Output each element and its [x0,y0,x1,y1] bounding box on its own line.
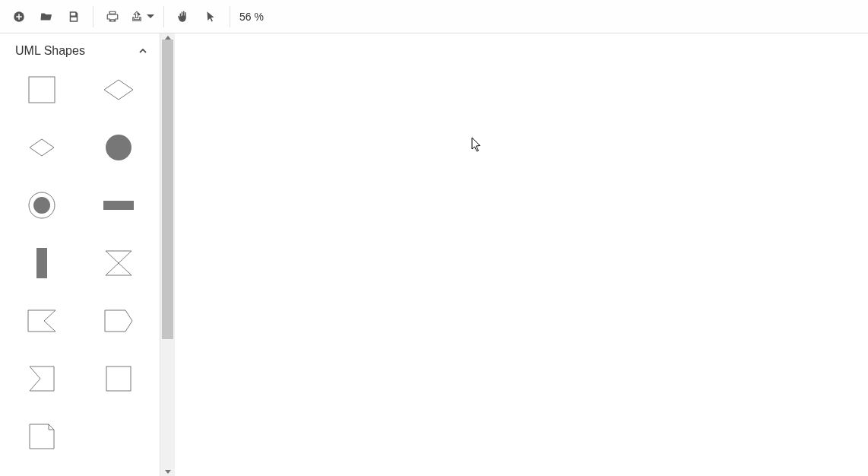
new-button[interactable] [6,4,32,30]
svg-point-6 [106,135,131,160]
canvas[interactable] [175,33,868,476]
shape-send-signal[interactable] [86,301,150,341]
folder-open-icon [40,10,53,24]
chevron-up-icon [138,46,147,56]
export-dropdown[interactable] [127,10,157,24]
rectangle-icon [28,76,55,103]
scroll-down-icon [165,470,171,474]
pan-tool-button[interactable] [170,4,196,30]
toolbar: 56 % [0,0,868,33]
print-icon [106,10,119,24]
shape-hourglass[interactable] [86,243,150,283]
save-icon [67,10,81,24]
pointer-icon [204,10,217,24]
circle-filled-icon [105,134,132,161]
note-icon [29,424,55,449]
shape-empty [86,417,150,456]
panel-title: UML Shapes [15,44,85,58]
sidebar-scrollbar[interactable] [160,33,175,476]
select-tool-button[interactable] [198,4,223,30]
panel-header[interactable]: UML Shapes [0,33,160,62]
svg-marker-4 [104,80,133,100]
shapes-panel: UML Shapes [0,33,160,476]
svg-marker-14 [30,367,54,391]
flag-icon [29,366,55,392]
hourglass-icon [105,250,132,276]
svg-marker-13 [105,310,132,332]
shape-bar-horizontal[interactable] [86,186,150,225]
chevron-down-icon [147,14,154,18]
shape-bar-vertical[interactable] [9,243,74,283]
shape-rectangle[interactable] [9,70,74,109]
receive-signal-icon [27,309,56,332]
main-area: UML Shapes [0,33,868,476]
svg-marker-5 [30,139,54,156]
toolbar-separator [93,6,93,27]
svg-rect-15 [106,367,131,391]
svg-rect-10 [36,248,47,278]
shape-circle-ringed[interactable] [9,186,74,225]
scroll-thumb[interactable] [162,40,173,339]
diamond-icon [29,138,55,157]
toolbar-separator [163,6,164,27]
bar-h-icon [103,201,134,210]
zoom-label: 56 % [239,11,264,23]
print-button[interactable] [100,4,125,30]
scroll-track[interactable] [160,40,175,470]
svg-rect-9 [103,201,134,210]
shape-square[interactable] [86,359,150,398]
shape-receive-signal[interactable] [9,301,74,341]
cursor-pointer [471,137,482,152]
svg-marker-12 [28,310,55,332]
svg-point-8 [33,197,50,214]
shape-circle-filled[interactable] [86,128,150,167]
shape-diamond[interactable] [86,70,150,109]
save-button[interactable] [61,4,87,30]
shape-diamond-small[interactable] [9,128,74,167]
svg-rect-3 [29,77,55,103]
hand-icon [176,10,190,24]
zoom-dropdown[interactable]: 56 % [236,11,273,23]
toolbar-separator [230,6,230,27]
shape-note[interactable] [9,417,74,456]
svg-rect-2 [16,16,22,17]
shape-flag[interactable] [9,359,74,398]
open-button[interactable] [33,4,59,30]
circle-ringed-icon [28,192,55,219]
shape-grid [0,62,160,464]
send-signal-icon [104,309,133,332]
export-icon [130,10,144,24]
square-icon [106,366,131,392]
bar-v-icon [36,248,47,278]
diamond-icon [103,79,134,100]
plus-circle-icon [12,10,26,24]
svg-marker-11 [106,251,131,275]
